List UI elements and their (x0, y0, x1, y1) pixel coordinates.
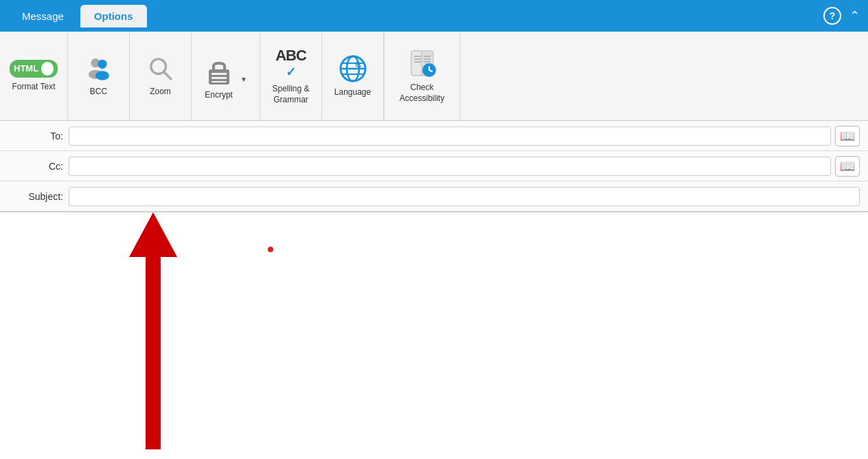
cc-address-book-button[interactable]: 📖 (835, 156, 860, 177)
tab-message[interactable]: Message (8, 5, 78, 27)
collapse-button[interactable]: ⌃ (849, 8, 860, 23)
language-group[interactable]: A Language (322, 32, 384, 120)
spelling-grammar-group[interactable]: ABC ✓ Spelling &Grammar (260, 32, 322, 120)
arrow-head (129, 212, 177, 257)
arrow-shaft (146, 257, 161, 449)
address-book-icon-2: 📖 (840, 159, 855, 174)
zoom-label: Zoom (150, 87, 171, 98)
check-accessibility-icon (407, 48, 437, 78)
encrypt-label: Encrypt (205, 90, 233, 101)
svg-rect-8 (212, 77, 227, 79)
help-button[interactable]: ? (823, 7, 841, 25)
svg-rect-9 (212, 81, 227, 82)
cc-input[interactable] (69, 157, 831, 176)
format-text-label: Format Text (12, 82, 55, 93)
tab-options[interactable]: Options (80, 5, 147, 27)
to-address-book-button[interactable]: 📖 (835, 126, 860, 146)
email-body[interactable] (0, 212, 868, 459)
cc-label: Cc: (8, 161, 63, 172)
cc-row: Cc: 📖 (0, 151, 868, 181)
html-toggle[interactable]: HTML (10, 60, 58, 78)
zoom-group[interactable]: Zoom (130, 32, 192, 120)
to-input[interactable] (69, 126, 831, 146)
encrypt-group[interactable]: Encrypt ▼ (192, 32, 260, 120)
svg-point-3 (95, 71, 109, 80)
title-bar-controls: ? ⌃ (823, 7, 860, 25)
spelling-label: Spelling &Grammar (272, 84, 309, 105)
red-dot (268, 247, 273, 252)
subject-input[interactable] (69, 187, 860, 206)
title-bar: Message Options ? ⌃ (0, 0, 868, 32)
format-text-group[interactable]: HTML Format Text (0, 32, 68, 120)
to-label: To: (8, 131, 63, 142)
subject-row: Subject: (0, 181, 868, 212)
ribbon: HTML Format Text BCC Zoom (0, 32, 868, 121)
language-icon: A (339, 54, 367, 83)
check-accessibility-group[interactable]: CheckAccessibility (385, 32, 460, 120)
svg-rect-19 (411, 51, 422, 76)
bcc-icon (85, 55, 113, 82)
language-label: Language (334, 87, 371, 98)
check-accessibility-label: CheckAccessibility (400, 82, 444, 104)
spelling-icon: ABC ✓ (275, 47, 306, 80)
svg-line-5 (164, 72, 171, 79)
svg-rect-7 (212, 73, 227, 75)
subject-label: Subject: (8, 191, 63, 202)
bcc-group[interactable]: BCC (68, 32, 130, 120)
encrypt-dropdown-arrow[interactable]: ▼ (240, 76, 247, 83)
bcc-label: BCC (90, 87, 107, 98)
zoom-icon (147, 55, 174, 82)
arrow-annotation (129, 212, 177, 449)
encrypt-icon (206, 57, 232, 86)
html-label: HTML (14, 63, 38, 74)
toggle-circle (41, 62, 54, 76)
svg-point-2 (98, 59, 106, 68)
to-row: To: 📖 (0, 121, 868, 151)
proofing-group: ABC ✓ Spelling &Grammar A Language (260, 32, 385, 120)
address-book-icon: 📖 (840, 128, 855, 144)
svg-text:A: A (355, 59, 361, 67)
email-form: To: 📖 Cc: 📖 Subject: (0, 121, 868, 212)
